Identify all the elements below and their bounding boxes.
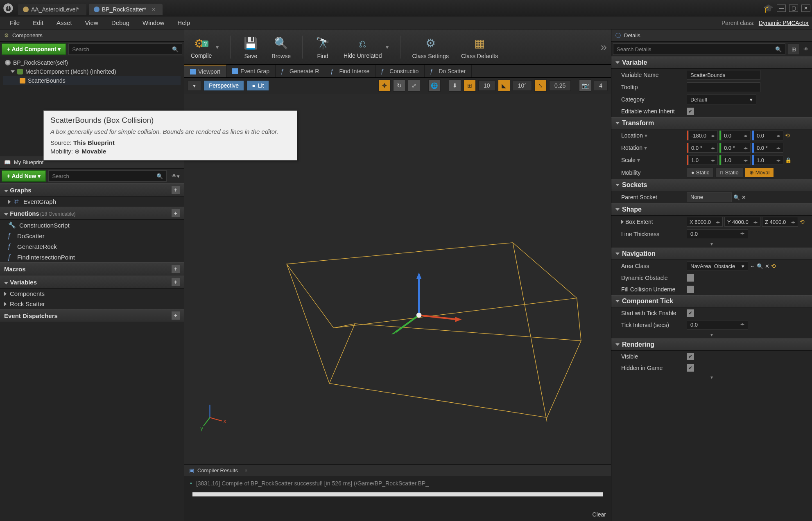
expand-icon[interactable] bbox=[621, 220, 624, 224]
visible-checkbox[interactable] bbox=[687, 353, 694, 360]
menu-window[interactable]: Window bbox=[136, 18, 171, 28]
chevron-down-icon[interactable]: ▾ bbox=[386, 44, 389, 50]
area-class-combo[interactable]: NavArea_Obstacle▾ bbox=[687, 261, 748, 271]
scale-snap-button[interactable]: ⤡ bbox=[534, 79, 547, 92]
close-icon[interactable]: × bbox=[152, 6, 155, 13]
reset-icon[interactable]: ⟲ bbox=[771, 263, 776, 269]
rotate-mode-button[interactable]: ↻ bbox=[393, 79, 405, 92]
expand-more-icon[interactable]: ▾ bbox=[611, 331, 812, 338]
search-icon[interactable]: 🔍 bbox=[733, 194, 740, 201]
myblueprint-search-input[interactable]: Search 🔍 bbox=[48, 170, 167, 182]
class-defaults-button[interactable]: ▦Class Defaults bbox=[459, 34, 500, 60]
subtab-findintersect[interactable]: fFind Interse bbox=[325, 65, 375, 77]
horizontal-scrollbar[interactable] bbox=[192, 492, 603, 496]
chevron-down-icon[interactable]: ▾ bbox=[644, 144, 647, 151]
angle-snap-value[interactable]: 10° bbox=[513, 80, 532, 91]
location-y-input[interactable]: 0.0◂▸ bbox=[719, 131, 751, 140]
lit-button[interactable]: ●Lit bbox=[247, 80, 269, 91]
fill-collision-checkbox[interactable] bbox=[687, 286, 694, 293]
chevron-down-icon[interactable]: ▾ bbox=[637, 157, 640, 163]
world-space-button[interactable]: 🌐 bbox=[428, 79, 441, 92]
rotation-z-input[interactable]: 0.0 °◂▸ bbox=[752, 143, 783, 153]
menu-file[interactable]: File bbox=[3, 18, 26, 28]
minimize-button[interactable]: — bbox=[777, 5, 786, 12]
line-thickness-input[interactable]: 0.0◂▸ bbox=[687, 229, 748, 239]
section-rendering[interactable]: Rendering bbox=[611, 338, 812, 351]
section-transform[interactable]: Transform bbox=[611, 117, 812, 129]
search-icon[interactable]: 🔍 bbox=[757, 263, 763, 269]
add-component-button[interactable]: + Add Component ▾ bbox=[2, 43, 66, 55]
function-item[interactable]: fDoScatter bbox=[0, 230, 184, 241]
tooltip-input[interactable] bbox=[687, 82, 760, 92]
toolbar-overflow-button[interactable]: » bbox=[600, 41, 607, 54]
menu-help[interactable]: Help bbox=[171, 18, 197, 28]
extent-y-input[interactable]: Y 4000.0◂▸ bbox=[724, 217, 760, 227]
mobility-static[interactable]: ●Static bbox=[687, 167, 714, 178]
find-button[interactable]: 🔭Find bbox=[312, 34, 334, 60]
menu-asset[interactable]: Asset bbox=[50, 18, 79, 28]
camera-speed-value[interactable]: 4 bbox=[594, 80, 608, 91]
surface-snap-button[interactable]: ⬇ bbox=[449, 79, 461, 92]
maximize-button[interactable]: ▢ bbox=[789, 5, 798, 12]
mobility-stationary[interactable]: ⎍Statio bbox=[715, 167, 743, 178]
add-graph-button[interactable]: + bbox=[172, 186, 180, 194]
components-search-input[interactable]: Search 🔍 bbox=[68, 43, 182, 55]
section-variable[interactable]: Variable bbox=[611, 56, 812, 69]
expand-more-icon[interactable]: ▾ bbox=[611, 240, 812, 248]
back-icon[interactable]: ← bbox=[750, 263, 755, 269]
function-item[interactable]: fGenerateRock bbox=[0, 241, 184, 252]
menu-view[interactable]: View bbox=[79, 18, 105, 28]
lock-icon[interactable]: 🔒 bbox=[785, 157, 792, 163]
subtab-viewport[interactable]: Viewport bbox=[184, 65, 226, 77]
section-component-tick[interactable]: Component Tick bbox=[611, 295, 812, 307]
section-macros[interactable]: Macros + bbox=[0, 262, 184, 275]
add-new-button[interactable]: + Add New ▾ bbox=[2, 170, 46, 182]
class-settings-button[interactable]: ⚙Class Settings bbox=[409, 34, 451, 60]
details-search-input[interactable]: Search Details 🔍 bbox=[613, 43, 785, 55]
start-tick-checkbox[interactable] bbox=[687, 309, 694, 317]
tick-interval-input[interactable]: 0.0◂▸ bbox=[687, 320, 748, 330]
hide-unrelated-button[interactable]: ⎌ Hide Unrelated ▾ bbox=[341, 34, 391, 60]
scale-mode-button[interactable]: ⤢ bbox=[408, 79, 420, 92]
clear-button[interactable]: Clear bbox=[593, 511, 606, 518]
expand-more-icon[interactable]: ▾ bbox=[611, 374, 812, 381]
clear-icon[interactable]: ✕ bbox=[765, 263, 769, 269]
tab-asteroid-level[interactable]: AA_AsteroidLevel* bbox=[18, 4, 86, 15]
close-icon[interactable]: × bbox=[244, 467, 248, 474]
grid-snap-button[interactable]: ⊞ bbox=[464, 79, 476, 92]
add-dispatcher-button[interactable]: + bbox=[172, 311, 180, 320]
tab-rockscatter[interactable]: BP_RockScatter* × bbox=[89, 4, 163, 15]
eye-dropdown-icon[interactable]: 👁▾ bbox=[169, 173, 182, 179]
scale-z-input[interactable]: 1.0◂▸ bbox=[752, 155, 783, 165]
scale-y-input[interactable]: 1.0◂▸ bbox=[719, 155, 751, 165]
perspective-button[interactable]: Perspective bbox=[204, 80, 244, 91]
scale-x-input[interactable]: 1.0◂▸ bbox=[687, 155, 718, 165]
browse-button[interactable]: 🔍Browse bbox=[269, 34, 293, 60]
add-macro-button[interactable]: + bbox=[172, 265, 180, 273]
section-dispatchers[interactable]: Event Dispatchers + bbox=[0, 309, 184, 322]
scale-snap-value[interactable]: 0.25 bbox=[549, 80, 571, 91]
section-shape[interactable]: Shape bbox=[611, 203, 812, 216]
function-item[interactable]: fFindIntersectionPoint bbox=[0, 252, 184, 262]
location-z-input[interactable]: 0.0◂▸ bbox=[752, 131, 783, 140]
rotation-y-input[interactable]: 0.0 °◂▸ bbox=[719, 143, 751, 153]
add-variable-button[interactable]: + bbox=[172, 278, 180, 286]
rotation-x-input[interactable]: 0.0 °◂▸ bbox=[687, 143, 718, 153]
mobility-movable[interactable]: ⊕Moval bbox=[745, 167, 774, 178]
clear-icon[interactable]: ✕ bbox=[742, 194, 746, 201]
variable-group-item[interactable]: Rock Scatter bbox=[0, 299, 184, 309]
extent-z-input[interactable]: Z 4000.0◂▸ bbox=[762, 217, 798, 227]
section-variables[interactable]: Variables + bbox=[0, 275, 184, 289]
section-sockets[interactable]: Sockets bbox=[611, 179, 812, 191]
property-matrix-button[interactable]: ⊞ bbox=[788, 43, 799, 55]
compile-button[interactable]: ⚙? Compile ▾ bbox=[188, 34, 221, 60]
eye-icon[interactable]: 👁 bbox=[802, 46, 810, 52]
subtab-construction[interactable]: fConstructio bbox=[375, 65, 425, 77]
function-item[interactable]: 🔧ConstructionScript bbox=[0, 220, 184, 230]
save-button[interactable]: 💾Save bbox=[240, 34, 262, 60]
graduation-cap-icon[interactable]: 🎓 bbox=[763, 3, 774, 13]
editable-checkbox[interactable] bbox=[687, 108, 694, 115]
close-window-button[interactable]: ✕ bbox=[801, 5, 810, 12]
variable-group-item[interactable]: Components bbox=[0, 289, 184, 299]
section-functions[interactable]: Functions(18 Overridable) + bbox=[0, 207, 184, 220]
